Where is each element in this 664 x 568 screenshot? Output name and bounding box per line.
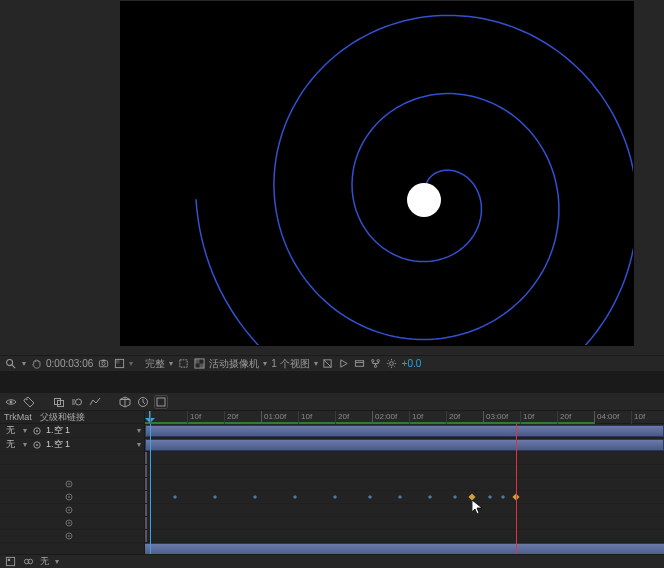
pickwhip-icon[interactable] xyxy=(64,518,74,528)
magnification-dropdown[interactable]: ▾ xyxy=(20,357,26,371)
timeline-column-headers: TrkMat 父级和链接 xyxy=(0,411,144,424)
layer-duration-bar[interactable] xyxy=(145,425,664,437)
column-trkmat[interactable]: TrkMat xyxy=(0,412,36,422)
channel-caret[interactable]: ▾ xyxy=(129,359,133,368)
toggle-modes-icon[interactable] xyxy=(22,556,34,568)
parent-value[interactable]: 1.空 1 xyxy=(44,424,134,437)
keyframe-diamond[interactable] xyxy=(398,495,402,499)
property-track[interactable] xyxy=(145,517,664,530)
pickwhip-icon[interactable] xyxy=(64,531,74,541)
region-of-interest-icon[interactable] xyxy=(177,358,189,370)
composition-canvas[interactable] xyxy=(121,2,633,345)
timeline-tracks-area[interactable]: 10f20f01:00f10f20f02:00f10f20f03:00f10f2… xyxy=(145,411,664,554)
keyframe-diamond[interactable] xyxy=(368,495,372,499)
graph-editor-icon[interactable] xyxy=(88,395,102,409)
property-row[interactable] xyxy=(0,465,144,478)
current-timecode[interactable]: 0:00:03:06 xyxy=(46,357,93,371)
trkmat-value[interactable]: 无 xyxy=(6,438,15,451)
property-row[interactable] xyxy=(0,517,144,530)
svg-line-25 xyxy=(394,366,395,367)
snapshot-icon[interactable] xyxy=(97,358,109,370)
svg-point-28 xyxy=(10,400,13,403)
svg-line-12 xyxy=(324,360,331,367)
pickwhip-icon[interactable] xyxy=(30,440,44,450)
property-track[interactable] xyxy=(145,530,664,543)
chevron-down-icon[interactable]: ▾ xyxy=(20,440,30,449)
ruler-tick-label: 20f xyxy=(227,412,238,421)
footer-mode-value[interactable]: 无 xyxy=(40,555,49,568)
ruler-tick: 20f xyxy=(335,411,336,424)
chevron-down-icon[interactable]: ▾ xyxy=(134,440,144,449)
keyframe-diamond[interactable] xyxy=(333,495,337,499)
pickwhip-icon[interactable] xyxy=(30,426,44,436)
pickwhip-icon[interactable] xyxy=(64,505,74,515)
fast-previews-icon[interactable] xyxy=(338,358,350,370)
pixel-aspect-icon[interactable] xyxy=(322,358,334,370)
transparency-grid-icon[interactable] xyxy=(193,358,205,370)
layer-duration-bar[interactable] xyxy=(145,439,664,451)
frame-blend-icon[interactable] xyxy=(52,395,66,409)
toggle-switches-icon[interactable] xyxy=(4,556,16,568)
layer-track[interactable] xyxy=(145,438,664,452)
ruler-tick-label: 04:00f xyxy=(597,412,619,421)
ruler-tick: 10f xyxy=(631,411,632,424)
property-row[interactable] xyxy=(0,452,144,465)
pickwhip-icon[interactable] xyxy=(64,479,74,489)
ruler-tick-label: 10f xyxy=(301,412,312,421)
layer-track[interactable] xyxy=(145,424,664,438)
property-track-keyframes[interactable] xyxy=(145,491,664,504)
property-row[interactable] xyxy=(0,491,144,504)
keyframe-diamond[interactable] xyxy=(501,495,505,499)
chevron-down-icon[interactable]: ▾ xyxy=(134,426,144,435)
pickwhip-icon[interactable] xyxy=(64,492,74,502)
view-layout-dropdown[interactable]: 1 个视图 xyxy=(271,357,309,371)
svg-rect-9 xyxy=(195,359,200,364)
parent-value[interactable]: 1.空 1 xyxy=(44,438,134,451)
timeline-toggle-icon[interactable] xyxy=(354,358,366,370)
render-time-icon[interactable] xyxy=(136,395,150,409)
property-row[interactable] xyxy=(0,530,144,543)
property-row[interactable] xyxy=(0,478,144,491)
keyframe-diamond[interactable] xyxy=(488,495,492,499)
property-track[interactable] xyxy=(145,452,664,465)
chevron-down-icon[interactable]: ▾ xyxy=(20,426,30,435)
flowchart-icon[interactable] xyxy=(370,358,382,370)
layer-row[interactable]: 无 ▾ 1.空 1 ▾ xyxy=(0,438,144,452)
svg-rect-14 xyxy=(355,361,363,367)
keyframe-diamond[interactable] xyxy=(213,495,217,499)
shape-ball[interactable] xyxy=(407,183,441,217)
property-row[interactable] xyxy=(0,504,144,517)
column-parent[interactable]: 父级和链接 xyxy=(36,411,144,424)
reset-exposure-icon[interactable] xyxy=(386,358,398,370)
switches-toggle-icon[interactable] xyxy=(154,395,168,409)
layer-row[interactable]: 无 ▾ 1.空 1 ▾ xyxy=(0,424,144,438)
keyframe-diamond[interactable] xyxy=(293,495,297,499)
property-track[interactable] xyxy=(145,504,664,517)
layer-duration-bar[interactable] xyxy=(145,543,664,554)
active-camera-dropdown[interactable]: 活动摄像机 xyxy=(209,357,259,371)
motion-blur-icon[interactable] xyxy=(70,395,84,409)
property-track[interactable] xyxy=(145,465,664,478)
magnify-icon[interactable] xyxy=(4,358,16,370)
svg-line-26 xyxy=(388,366,389,367)
keyframe-diamond[interactable] xyxy=(253,495,257,499)
trkmat-value[interactable]: 无 xyxy=(6,424,15,437)
time-ruler[interactable]: 10f20f01:00f10f20f02:00f10f20f03:00f10f2… xyxy=(145,411,664,424)
keyframe-diamond[interactable] xyxy=(453,495,457,499)
chevron-down-icon[interactable]: ▾ xyxy=(55,557,59,566)
panel-divider[interactable] xyxy=(0,371,664,393)
resolution-dropdown[interactable]: 完整 xyxy=(145,357,165,371)
svg-point-18 xyxy=(374,365,376,367)
ruler-tick-label: 20f xyxy=(338,412,349,421)
keyframe-diamond[interactable] xyxy=(173,495,177,499)
keyframe-diamond[interactable] xyxy=(468,493,475,500)
keyframe-diamond[interactable] xyxy=(428,495,432,499)
show-channel-icon[interactable] xyxy=(113,358,125,370)
svg-rect-4 xyxy=(101,360,105,361)
property-track[interactable] xyxy=(145,478,664,491)
svg-point-41 xyxy=(36,444,38,446)
hand-icon[interactable] xyxy=(30,358,42,370)
tag-icon[interactable] xyxy=(22,395,36,409)
draft3d-icon[interactable] xyxy=(118,395,132,409)
shy-toggle-icon[interactable] xyxy=(4,395,18,409)
